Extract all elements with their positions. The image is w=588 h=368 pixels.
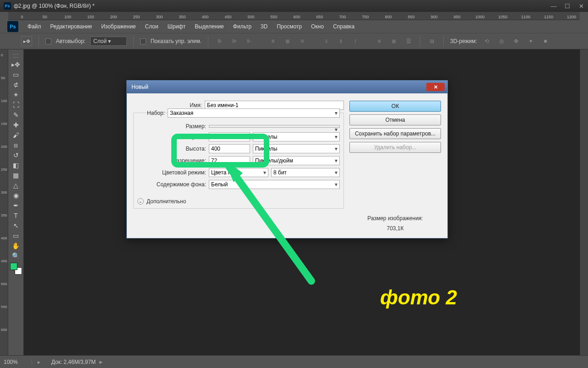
shape-tool[interactable]: ▭ xyxy=(10,231,22,241)
type-tool[interactable]: T xyxy=(10,211,22,221)
align-icon-6[interactable]: ≡ xyxy=(297,36,307,46)
status-chevron-icon[interactable]: ▶ xyxy=(99,360,103,364)
maximize-button[interactable]: ☐ xyxy=(561,1,574,11)
menu-справка[interactable]: Справка xyxy=(328,22,359,32)
menu-окно[interactable]: Окно xyxy=(306,22,328,32)
height-unit-dropdown[interactable]: Пикселы xyxy=(253,144,340,153)
blur-tool[interactable]: △ xyxy=(10,180,22,190)
show-controls-label: Показать упр. элем. xyxy=(151,38,201,44)
menu-файл[interactable]: Файл xyxy=(23,22,46,32)
align-icon-1[interactable]: ⊪ xyxy=(215,36,225,46)
resolution-unit-dropdown[interactable]: Пикселы/дюйм xyxy=(253,156,340,165)
eyedropper-tool[interactable]: ✎ xyxy=(10,110,22,120)
foreground-color[interactable] xyxy=(10,263,17,270)
dialog-title: Новый xyxy=(131,84,148,90)
heal-tool[interactable]: ✚ xyxy=(10,120,22,130)
marquee-tool[interactable]: ▭ xyxy=(10,70,22,80)
bgcontent-dropdown[interactable]: Белый xyxy=(209,180,340,189)
right-ruler-gutter xyxy=(580,49,588,355)
save-preset-button[interactable]: Сохранить набор параметров... xyxy=(349,128,441,139)
bits-dropdown[interactable]: 8 бит xyxy=(271,168,340,177)
pen-tool[interactable]: ✒ xyxy=(10,200,22,211)
dist-icon-5[interactable]: ≣ xyxy=(389,36,399,46)
eraser-tool[interactable]: ◧ xyxy=(10,160,22,170)
zoom-tool[interactable]: 🔍 xyxy=(10,251,22,261)
ruler-vertical: 050100150200250300350400450500550600 xyxy=(0,49,8,355)
height-input[interactable] xyxy=(209,144,250,153)
dialog-titlebar[interactable]: Новый ✕ xyxy=(127,81,447,93)
menu-шрифт[interactable]: Шрифт xyxy=(163,22,190,32)
advanced-toggle[interactable]: ⌄ Дополнительно xyxy=(137,198,340,205)
3d-icon-1[interactable]: ⟲ xyxy=(482,36,492,46)
menu-редактирование[interactable]: Редактирование xyxy=(46,22,97,32)
menu-3d[interactable]: 3D xyxy=(256,22,272,32)
ok-button[interactable]: ОК xyxy=(349,101,441,112)
wand-tool[interactable]: ✴ xyxy=(10,90,22,100)
menu-просмотр[interactable]: Просмотр xyxy=(272,22,306,32)
preset-label: Набор: xyxy=(137,110,165,116)
menu-слои[interactable]: Слои xyxy=(141,22,163,32)
width-label: Ширина: xyxy=(137,134,206,140)
doc-size: Док: 2,46М/3,97М xyxy=(46,359,96,365)
width-unit-dropdown[interactable]: Пикселы xyxy=(253,132,340,141)
mode3d-label: 3D-режим: xyxy=(450,38,477,44)
path-tool[interactable]: ↖ xyxy=(10,221,22,231)
size-label: Размер: xyxy=(137,123,206,130)
app-badge-icon: Ps xyxy=(4,2,11,10)
menu-выделение[interactable]: Выделение xyxy=(190,22,229,32)
close-window-button[interactable]: ✕ xyxy=(574,1,588,11)
stamp-tool[interactable]: ⧇ xyxy=(10,140,22,150)
window-titlebar: Ps ф2.jpg @ 100% (Фон, RGB/8#) * — ☐ ✕ xyxy=(0,0,588,12)
toolbox-grip-icon[interactable] xyxy=(13,54,19,58)
dist-icon-1[interactable]: ⫴ xyxy=(321,36,331,46)
resolution-label: Разрешение: xyxy=(137,157,206,164)
dodge-tool[interactable]: ◉ xyxy=(10,190,22,200)
lasso-tool[interactable]: ⊄ xyxy=(10,80,22,90)
hand-tool[interactable]: ✋ xyxy=(10,241,22,251)
annotation-text: фото 2 xyxy=(380,286,457,309)
show-controls-checkbox[interactable] xyxy=(140,38,146,44)
delete-preset-button: Удалить набор... xyxy=(349,142,441,153)
colormode-label: Цветовой режим: xyxy=(137,169,206,176)
3d-icon-3[interactable]: ✥ xyxy=(511,36,521,46)
tool-indicator[interactable]: ▸✥ xyxy=(21,36,32,46)
3d-icon-4[interactable]: ✦ xyxy=(526,36,536,46)
color-swatch[interactable] xyxy=(10,263,22,275)
colormode-dropdown[interactable]: Цвета RGB xyxy=(209,168,268,177)
name-label: Имя: xyxy=(133,102,202,108)
auto-align-icon[interactable]: ⧉ xyxy=(427,36,437,46)
dist-icon-2[interactable]: ⫵ xyxy=(336,36,346,46)
imagesize-label: Размер изображения: xyxy=(349,215,441,222)
align-icon-4[interactable]: ≡ xyxy=(268,36,278,46)
dist-icon-3[interactable]: ⫶ xyxy=(350,36,360,46)
dialog-close-button[interactable]: ✕ xyxy=(426,83,445,91)
status-icon[interactable]: ▸ xyxy=(32,359,46,365)
align-icon-3[interactable]: ⊩ xyxy=(244,36,254,46)
cancel-button[interactable]: Отмена xyxy=(349,114,441,125)
gradient-tool[interactable]: ▦ xyxy=(10,170,22,180)
new-document-dialog: Новый ✕ Имя: Набор: Заказная Размер: Шир… xyxy=(126,80,448,238)
minimize-button[interactable]: — xyxy=(547,1,561,11)
zoom-level[interactable]: 100% xyxy=(0,359,32,365)
menu-bar: Ps ФайлРедактированиеИзображениеСлоиШриф… xyxy=(0,20,588,33)
3d-icon-5[interactable]: ■ xyxy=(540,36,550,46)
preset-dropdown[interactable]: Заказная xyxy=(168,108,340,118)
brush-tool[interactable]: 🖌 xyxy=(10,130,22,140)
history-brush-tool[interactable]: ↺ xyxy=(10,150,22,160)
window-title: ф2.jpg @ 100% (Фон, RGB/8#) * xyxy=(14,3,95,9)
dist-icon-4[interactable]: ≡ xyxy=(374,36,384,46)
menu-фильтр[interactable]: Фильтр xyxy=(229,22,256,32)
menu-изображение[interactable]: Изображение xyxy=(97,22,141,32)
align-icon-2[interactable]: ⊫ xyxy=(229,36,240,46)
resolution-input[interactable] xyxy=(209,156,250,165)
options-bar: ▸✥ Автовыбор: Слой ▾ Показать упр. элем.… xyxy=(0,33,588,49)
width-input[interactable] xyxy=(209,132,250,141)
3d-icon-2[interactable]: ◎ xyxy=(496,36,506,46)
layer-dropdown[interactable]: Слой ▾ xyxy=(90,37,127,46)
chevron-down-icon: ⌄ xyxy=(137,198,144,205)
autoselect-checkbox[interactable] xyxy=(45,38,51,44)
dist-icon-6[interactable]: ☰ xyxy=(403,36,414,46)
align-icon-5[interactable]: ≣ xyxy=(283,36,293,46)
move-tool[interactable]: ▸✥ xyxy=(10,60,22,70)
crop-tool[interactable]: ⛶ xyxy=(10,100,22,110)
